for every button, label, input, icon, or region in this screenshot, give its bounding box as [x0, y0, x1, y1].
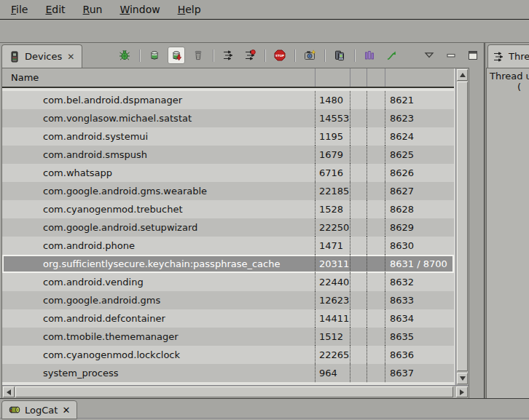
screen-capture-button[interactable] — [301, 47, 318, 64]
empty-cell — [367, 237, 385, 255]
view-menu-button[interactable] — [420, 47, 438, 64]
devices-tab-label: Devices — [25, 51, 62, 62]
logcat-tab-close-icon[interactable]: ✕ — [62, 405, 70, 416]
minimize-button[interactable] — [442, 47, 460, 64]
start-opengl-trace-icon — [364, 49, 375, 61]
client-row[interactable]: com.bel.android.dspmanager14808621 — [2, 91, 454, 109]
empty-cell — [350, 346, 367, 364]
pid-cell: 22440 — [316, 273, 350, 291]
devices-tab-close-icon[interactable]: ✕ — [66, 52, 75, 62]
arrow-left-icon — [7, 389, 11, 395]
client-row[interactable]: com.android.vending224408632 — [2, 273, 454, 291]
start-method-profiling-button[interactable] — [241, 47, 259, 64]
name-column-header[interactable]: Name — [2, 68, 316, 87]
port-cell: 8623 — [385, 109, 454, 127]
debug-attach-button[interactable] — [116, 47, 133, 64]
empty-cell — [350, 91, 367, 109]
start-opengl-trace-button[interactable] — [361, 47, 378, 64]
empty-cell — [350, 255, 367, 273]
client-row[interactable]: com.android.phone14718630 — [2, 237, 454, 255]
toolbar-separator — [354, 49, 355, 62]
scroll-up-button[interactable] — [457, 69, 468, 81]
client-row[interactable]: com.whatsapp67168626 — [2, 164, 454, 182]
process-name-cell: com.android.phone — [2, 237, 316, 255]
menu-item-edit[interactable]: Edit — [37, 1, 73, 17]
pid-cell: 6716 — [316, 164, 350, 182]
horizontal-scrollbar[interactable] — [2, 385, 469, 398]
process-name-cell: com.tmobile.thememanager — [2, 328, 316, 346]
port-column-header[interactable] — [385, 68, 454, 87]
pid-cell: 14553 — [316, 109, 350, 127]
tab-devices[interactable]: Devices ✕ — [1, 44, 82, 68]
systrace-icon — [385, 49, 397, 61]
devices-table: Name com.bel.android.dspmanager14808621c… — [1, 68, 469, 399]
vertical-scroll-thumb[interactable] — [457, 82, 468, 371]
empty-cell — [367, 182, 385, 200]
systrace-button[interactable] — [383, 47, 400, 64]
vertical-scrollbar[interactable] — [455, 68, 469, 385]
menu-item-help[interactable]: Help — [170, 1, 209, 17]
screen-capture-icon — [304, 49, 316, 61]
maximize-icon — [467, 49, 479, 61]
empty-cell — [350, 127, 367, 146]
empty-cell — [367, 218, 385, 237]
client-row[interactable]: com.google.android.gms126238633 — [2, 291, 454, 309]
table-body-viewport: com.bel.android.dspmanager14808621com.vo… — [2, 88, 454, 385]
dump-hprof-button[interactable] — [168, 47, 185, 64]
pid-cell: 12623 — [316, 291, 350, 309]
tab-threads[interactable]: Threa — [487, 44, 529, 68]
client-row[interactable]: com.google.android.setupwizard222508629 — [2, 218, 454, 237]
client-row[interactable]: com.cyanogenmod.lockclock222658636 — [2, 346, 454, 364]
devices-tab-strip: Devices ✕ STOP — [0, 43, 484, 68]
empty-cell — [367, 364, 385, 382]
menu-item-window[interactable]: Window — [111, 1, 168, 17]
update-heap-button[interactable] — [146, 47, 163, 64]
client-row[interactable]: system_process9648637 — [2, 364, 454, 382]
empty-column-header-1[interactable] — [350, 68, 367, 87]
empty-cell — [350, 364, 367, 382]
client-row[interactable]: com.cyanogenmod.trebuchet15288628 — [2, 200, 454, 218]
scroll-left-button[interactable] — [3, 387, 15, 397]
menu-item-file[interactable]: File — [3, 1, 36, 17]
debug-attach-icon — [119, 49, 130, 61]
cause-gc-button[interactable] — [189, 47, 207, 64]
threads-tab-strip: Threa — [486, 43, 529, 68]
menu-item-run[interactable]: Run — [75, 1, 111, 17]
pid-cell: 1480 — [316, 91, 350, 109]
pid-cell: 1528 — [316, 200, 350, 218]
toolbar-separator — [139, 49, 140, 62]
arrow-right-icon — [460, 389, 464, 395]
empty-cell — [350, 291, 367, 309]
tab-logcat[interactable]: LogCat ✕ — [1, 400, 77, 419]
client-row[interactable]: com.tmobile.thememanager15128635 — [2, 328, 454, 346]
empty-cell — [350, 328, 367, 346]
port-cell: 8633 — [385, 291, 454, 309]
empty-cell — [350, 237, 367, 255]
scroll-right-button[interactable] — [456, 387, 468, 397]
view-hierarchy-button[interactable] — [331, 47, 348, 64]
pid-column-header[interactable] — [316, 68, 350, 87]
client-row[interactable]: com.android.smspush16798625 — [2, 146, 454, 164]
client-row[interactable]: com.android.systemui11958624 — [2, 127, 454, 146]
client-row-selected[interactable]: org.sufficientlysecure.keychain:passphra… — [2, 255, 454, 273]
maximize-button[interactable] — [464, 47, 482, 64]
client-row[interactable]: com.vonglasow.michael.satstat145538623 — [2, 109, 454, 127]
process-name-cell: com.whatsapp — [2, 164, 316, 182]
client-row[interactable]: com.android.defcontainer144118634 — [2, 309, 454, 328]
update-threads-button[interactable] — [219, 47, 237, 64]
main-toolbar-empty — [0, 20, 529, 42]
process-name-cell: com.android.defcontainer — [2, 309, 316, 328]
empty-cell — [367, 200, 385, 218]
scroll-down-button[interactable] — [457, 373, 468, 384]
pid-cell: 22265 — [316, 346, 350, 364]
stop-process-button[interactable]: STOP — [271, 47, 289, 64]
empty-column-header-2[interactable] — [367, 68, 385, 87]
empty-cell — [367, 255, 385, 273]
client-row[interactable]: com.google.android.gms.wearable221858627 — [2, 182, 454, 200]
empty-cell — [350, 218, 367, 237]
cause-gc-icon — [192, 49, 204, 61]
process-name-cell: com.google.android.gms.wearable — [2, 182, 316, 200]
horizontal-scroll-thumb[interactable] — [15, 387, 453, 397]
empty-cell — [350, 182, 367, 200]
empty-cell — [367, 91, 385, 109]
